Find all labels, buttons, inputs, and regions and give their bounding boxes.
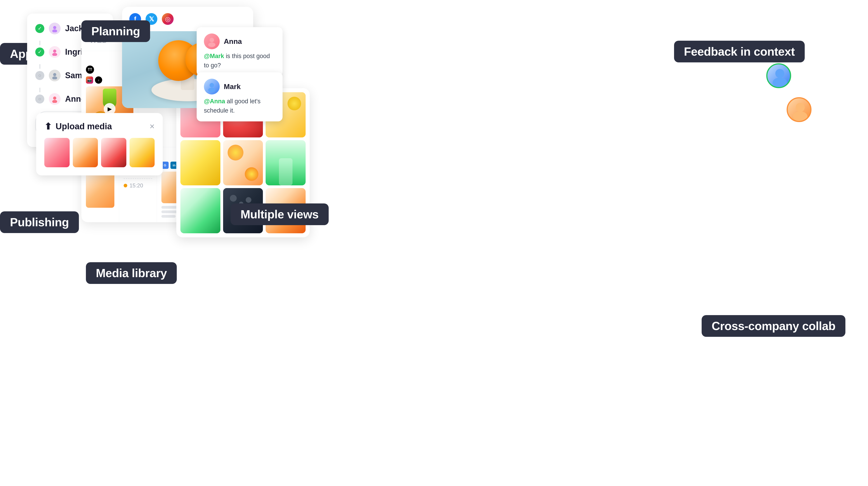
upload-title-row: ⬆ Upload media [44, 121, 112, 131]
avatar-mark [204, 79, 220, 94]
cross-company-collab-label: Cross-company collab [702, 315, 845, 337]
avatar-ingrid [49, 46, 61, 58]
time-dot-yellow [124, 184, 127, 187]
upload-title-text: Upload media [56, 122, 112, 131]
collab-avatar-2 [786, 97, 811, 122]
svg-point-6 [53, 96, 56, 100]
media-thumbnails-grid [44, 138, 155, 167]
grid-cell-5[interactable] [223, 140, 263, 185]
upload-icon: ⬆ [44, 121, 52, 131]
time-1520: 15:20 [129, 182, 143, 189]
feedback-name-mark: Mark [224, 83, 241, 91]
media-thumb-4[interactable] [129, 138, 155, 167]
media-thumb-2[interactable] [73, 138, 98, 167]
grid-cell-4[interactable] [180, 140, 220, 185]
media-thumb-1[interactable] [44, 138, 70, 167]
svg-point-1 [52, 29, 57, 32]
grid-cell-6[interactable] [266, 140, 306, 185]
svg-point-5 [52, 77, 57, 79]
main-scene: Approvals ✓ Jack ✓ Ingrid [0, 0, 868, 486]
li-line-3 [161, 215, 176, 218]
svg-point-3 [52, 53, 57, 56]
svg-point-10 [210, 83, 214, 88]
feedback-in-context-label: Feedback in context [674, 41, 805, 62]
mention-anna: @Anna [204, 98, 225, 105]
upload-media-card: ⬆ Upload media × [36, 113, 163, 175]
svg-point-12 [775, 69, 784, 78]
svg-point-13 [773, 78, 787, 88]
status-pending-samuel: ○ [35, 71, 44, 80]
status-pending-anne: ○ [35, 94, 44, 103]
feedback-text-anna: @Mark is this post good to go? [204, 52, 275, 70]
connector-1 [39, 41, 40, 45]
svg-point-7 [52, 100, 57, 103]
collab-avatar-1 [766, 63, 791, 88]
status-approved-jack: ✓ [35, 24, 44, 33]
close-button[interactable]: × [150, 122, 155, 131]
feedback-text-mark: @Anna all good let's schedule it. [204, 97, 275, 115]
svg-point-8 [210, 38, 214, 42]
feedback-bubble-mark: Mark @Anna all good let's schedule it. [197, 72, 283, 121]
svg-point-4 [53, 73, 56, 76]
svg-point-9 [208, 42, 215, 47]
status-approved-ingrid: ✓ [35, 48, 44, 57]
svg-point-11 [208, 88, 215, 92]
media-thumb-3[interactable] [101, 138, 126, 167]
tiktok-icon: TT [86, 66, 94, 74]
planning-label: Planning [81, 20, 150, 42]
connector-2 [39, 64, 40, 69]
mention-mark: @Mark [204, 53, 224, 59]
feedback-name-anna: Anna [224, 37, 242, 45]
avatar-anna [204, 33, 220, 49]
media-library-label: Media library [86, 262, 177, 284]
feedback-bubble-anna: Anna @Mark is this post good to go? [197, 27, 283, 76]
multiple-views-label: Multiple views [230, 204, 329, 225]
svg-point-15 [793, 112, 807, 121]
time-slot-1520: 15:20 [124, 181, 152, 190]
tiktok-icon-small: ♪ [95, 77, 102, 84]
avatar-jack [49, 23, 61, 34]
post-preview-9 [86, 172, 114, 208]
avatar-anne [49, 93, 61, 105]
svg-point-2 [53, 50, 56, 53]
upload-header: ⬆ Upload media × [44, 121, 155, 131]
ig-icon-small: 📷 [86, 77, 93, 84]
grid-cell-7[interactable] [180, 188, 220, 233]
publishing-label: Publishing [0, 211, 79, 233]
connector-3 [39, 88, 40, 92]
name-jack: Jack [65, 24, 83, 33]
svg-point-0 [53, 26, 56, 29]
svg-point-14 [796, 103, 805, 112]
instagram-icon-main: ◎ [162, 13, 174, 25]
avatar-samuel [49, 70, 61, 81]
